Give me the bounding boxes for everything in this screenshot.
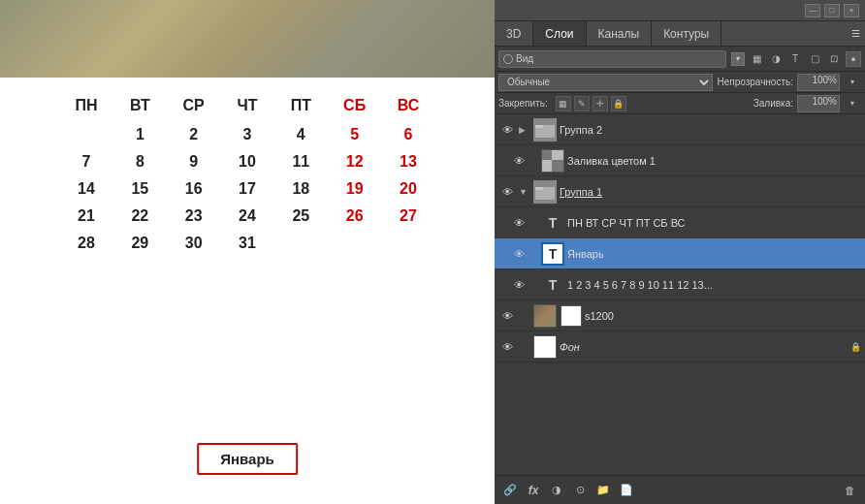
layer-item-s1200[interactable]: 👁 s1200 <box>495 300 865 331</box>
tab-channels[interactable]: Каналы <box>587 21 653 46</box>
background-thumbnail-fon <box>533 335 557 359</box>
visibility-eye-s1200[interactable]: 👁 <box>498 307 516 325</box>
layer-item-text-headers[interactable]: 👁 T ПН ВТ СР ЧТ ПТ СБ ВС <box>495 207 865 238</box>
text-type-icon: T <box>541 211 564 235</box>
new-group-button[interactable]: 📁 <box>593 481 613 500</box>
filter-text-icon[interactable]: T <box>786 50 804 68</box>
lock-position-button[interactable]: ✛ <box>593 96 608 111</box>
day-cell: 13 <box>385 153 432 171</box>
layer-item-gruppe1[interactable]: 👁 ▼ Группа 1 <box>495 176 865 207</box>
layer-filter-icons: ▦ ◑ T ▢ ⊡ <box>748 50 843 68</box>
svg-rect-3 <box>535 187 543 190</box>
folder-thumbnail-gruppe2 <box>533 118 557 142</box>
layers-search-toolbar: Вид ▾ ▦ ◑ T ▢ ⊡ ● <box>495 47 865 72</box>
day-cell: 25 <box>277 207 324 225</box>
delete-layer-button[interactable]: 🗑 <box>840 481 859 500</box>
expand-arrow-gruppe2[interactable]: ▶ <box>519 125 530 135</box>
day-cell: 14 <box>63 180 110 198</box>
layer-name-numbers: 1 2 3 4 5 6 7 8 9 10 11 12 13... <box>567 279 861 291</box>
visibility-eye-fon[interactable]: 👁 <box>498 338 516 356</box>
fill-value[interactable]: 100% <box>797 95 840 112</box>
day-cell <box>332 235 378 252</box>
filter-adjust-icon[interactable]: ◑ <box>767 50 785 68</box>
opacity-label: Непрозрачность: <box>717 77 793 87</box>
layer-item-fill1[interactable]: 👁 Заливка цветом 1 <box>495 145 865 176</box>
expand-arrow-gruppe1[interactable]: ▼ <box>519 187 530 197</box>
lock-label: Закрепить: <box>498 98 548 109</box>
tab-paths[interactable]: Контуры <box>652 21 721 46</box>
layers-panel: — □ × 3D Слои Каналы Контуры ☰ Вид ▾ ▦ ◑… <box>495 0 865 504</box>
visibility-eye-gruppe1[interactable]: 👁 <box>498 183 516 201</box>
close-button[interactable]: × <box>844 4 859 17</box>
layer-name-fon: Фон <box>560 341 847 353</box>
day-cell: 29 <box>116 235 163 252</box>
canvas-area: ПН ВТ СР ЧТ ПТ СБ ВС 1 2 3 4 5 6 7 8 <box>0 0 495 504</box>
day-cell <box>277 235 324 252</box>
day-label-mon: ПН <box>63 97 110 114</box>
text-type-icon-numbers: T <box>541 273 564 297</box>
day-cell: 31 <box>224 235 271 252</box>
opacity-dropdown[interactable]: ▾ <box>844 74 861 91</box>
layer-item-text-january[interactable]: 👁 T Январь <box>495 238 865 269</box>
fx-button[interactable]: fx <box>524 481 543 500</box>
visibility-eye-gruppe2[interactable]: 👁 <box>498 121 516 139</box>
layer-name-fill1: Заливка цветом 1 <box>567 155 861 167</box>
day-cell: 12 <box>332 153 378 171</box>
filter-smart-icon[interactable]: ⊡ <box>825 50 843 68</box>
lock-fill-row: Закрепить: ▦ ✎ ✛ 🔒 Заливка: 100% ▾ <box>495 93 865 114</box>
minimize-button[interactable]: — <box>805 4 820 17</box>
visibility-eye-text-numbers[interactable]: 👁 <box>510 276 528 294</box>
calendar-row-2: 7 8 9 10 11 12 13 <box>63 153 432 171</box>
day-cell: 21 <box>63 207 110 225</box>
calendar-row-1: 1 2 3 4 5 6 <box>63 126 432 143</box>
calendar-row-4: 21 22 23 24 25 26 27 <box>63 207 432 225</box>
adjustment-layer-button[interactable]: ⊙ <box>570 481 590 500</box>
search-dropdown[interactable]: ▾ <box>731 52 745 66</box>
link-layers-button[interactable]: 🔗 <box>500 481 520 500</box>
titlebar-controls: — □ × <box>805 4 859 17</box>
add-mask-button[interactable]: ◑ <box>547 481 566 500</box>
blend-opacity-row: Обычные Непрозрачность: 100% ▾ <box>495 72 865 93</box>
day-cell: 19 <box>332 180 378 198</box>
search-box: Вид <box>498 50 726 68</box>
day-cell: 1 <box>116 126 163 143</box>
lock-all-button[interactable]: 🔒 <box>611 96 626 111</box>
day-cell: 5 <box>332 126 378 143</box>
image-thumbnail-s1200 <box>533 304 557 328</box>
opacity-value[interactable]: 100% <box>797 74 840 91</box>
calendar-header: ПН ВТ СР ЧТ ПТ СБ ВС <box>63 97 432 114</box>
day-cell: 17 <box>224 180 271 198</box>
filter-shape-icon[interactable]: ▢ <box>806 50 823 68</box>
fill-dropdown[interactable]: ▾ <box>844 95 861 112</box>
layer-item-fon[interactable]: 👁 Фон 🔒 <box>495 331 865 362</box>
new-layer-button[interactable]: 📄 <box>617 481 636 500</box>
day-label-wed: СР <box>171 97 217 114</box>
layer-item-text-numbers[interactable]: 👁 T 1 2 3 4 5 6 7 8 9 10 11 12 13... <box>495 269 865 300</box>
visibility-eye-text-january[interactable]: 👁 <box>510 245 528 263</box>
day-cell: 10 <box>224 153 271 171</box>
day-label-sun: ВС <box>385 97 432 114</box>
calendar-row-3: 14 15 16 17 18 19 20 <box>63 180 432 198</box>
panel-menu-icon[interactable]: ☰ <box>846 21 865 46</box>
tab-layers[interactable]: Слои <box>533 21 586 46</box>
fill-label: Заливка: <box>753 98 793 109</box>
layers-list: 👁 ▶ Группа 2 👁 Заливка цветом 1 <box>495 114 865 475</box>
panel-titlebar: — □ × <box>495 0 865 21</box>
day-cell: 2 <box>171 126 217 143</box>
fill-thumbnail <box>541 149 564 173</box>
month-label-button[interactable]: Январь <box>197 443 298 475</box>
lock-transparent-button[interactable]: ▦ <box>556 96 571 111</box>
visibility-eye-text-headers[interactable]: 👁 <box>510 214 528 232</box>
restore-button[interactable]: □ <box>824 4 840 17</box>
visibility-eye-fill1[interactable]: 👁 <box>510 152 528 170</box>
layer-item-gruppe2[interactable]: 👁 ▶ Группа 2 <box>495 114 865 145</box>
filter-toggle[interactable]: ● <box>846 51 861 67</box>
tab-3d[interactable]: 3D <box>495 21 533 46</box>
day-label-sat: СБ <box>332 97 378 114</box>
blend-mode-select[interactable]: Обычные <box>498 74 713 91</box>
day-cell: 24 <box>224 207 271 225</box>
filter-pixel-icon[interactable]: ▦ <box>748 50 765 68</box>
day-cell: 18 <box>277 180 324 198</box>
search-input[interactable]: Вид <box>516 53 721 64</box>
lock-image-button[interactable]: ✎ <box>574 96 590 111</box>
